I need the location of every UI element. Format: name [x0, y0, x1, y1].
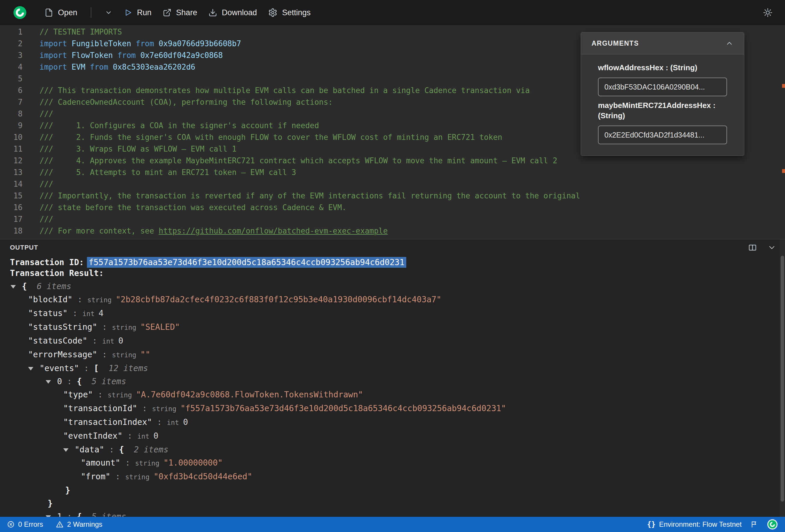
- line-number: 18: [0, 225, 23, 237]
- token: 0: [183, 417, 188, 427]
- collapse-output-chevron-icon[interactable]: [767, 243, 776, 252]
- token: :: [152, 417, 167, 427]
- token: string: [108, 391, 136, 399]
- line-number: 8: [0, 108, 23, 120]
- code-line[interactable]: 14///: [0, 178, 785, 190]
- tree-row: "transactionId" : string "f557a1573b76aa…: [0, 402, 785, 415]
- line-number: 4: [0, 61, 23, 73]
- output-panel-title: OUTPUT: [10, 244, 38, 251]
- flag-icon[interactable]: [751, 521, 758, 528]
- collapse-up-icon[interactable]: [725, 39, 733, 47]
- chevron-down-icon: [105, 9, 112, 17]
- token: :: [87, 336, 102, 346]
- code-text: /// 4. Approves the example MaybeMintERC…: [40, 155, 557, 167]
- arguments-panel-title: ARGUMENTS: [591, 40, 639, 47]
- toolbar-separator: [91, 7, 91, 18]
- code-text: ///: [40, 108, 53, 120]
- token: :: [122, 431, 137, 441]
- output-panel: OUTPUT Transaction ID:f557a1573b76aa53e7…: [0, 239, 785, 517]
- tree-row: { 6 items: [0, 280, 785, 293]
- token: string: [152, 405, 180, 413]
- token: {: [119, 445, 124, 454]
- download-button[interactable]: Download: [208, 8, 257, 17]
- code-text: /// 2. Funds the signer's COA with enoug…: [40, 131, 502, 143]
- token: 5 items: [82, 377, 126, 386]
- token: "amount": [81, 458, 120, 467]
- code-line[interactable]: 12/// 4. Approves the example MaybeMintE…: [0, 155, 785, 167]
- collapse-arrow-icon[interactable]: [46, 380, 51, 384]
- download-button-label: Download: [222, 8, 257, 17]
- token: 6 items: [27, 281, 71, 291]
- code-line[interactable]: 17///: [0, 213, 785, 225]
- token: int: [82, 310, 98, 318]
- output-scrollbar-thumb[interactable]: [781, 256, 784, 502]
- warnings-status[interactable]: 2 Warnings: [56, 520, 102, 529]
- arguments-panel-body: wflowAddressHex : (String) maybeMintERC7…: [581, 54, 744, 155]
- line-number: 14: [0, 178, 23, 190]
- token: :: [79, 363, 94, 373]
- open-button[interactable]: Open: [45, 8, 77, 17]
- code-line[interactable]: 16/// state before the transaction was e…: [0, 202, 785, 213]
- token: }: [65, 485, 70, 495]
- token: int: [102, 337, 118, 345]
- tree-row: 1 : { 5 items: [0, 510, 785, 517]
- token: 0: [57, 377, 62, 386]
- json-tree: { 6 items"blockId" : string "2b28cbfb87d…: [0, 280, 785, 517]
- tree-row: }: [0, 484, 785, 497]
- token: :: [97, 322, 112, 332]
- token: :: [137, 404, 152, 413]
- token: "0xfd3b4cd50d44e6ed": [154, 472, 252, 481]
- overview-warning-marker: [782, 169, 785, 173]
- download-icon: [208, 8, 217, 17]
- open-dropdown-button[interactable]: [105, 9, 112, 17]
- token: "data": [75, 445, 104, 454]
- argument-input-wflowAddressHex[interactable]: [598, 78, 727, 96]
- split-view-icon[interactable]: [748, 243, 757, 252]
- tree-row: }: [0, 497, 785, 510]
- token: string: [135, 459, 163, 467]
- theme-toggle-button[interactable]: [763, 8, 772, 17]
- tree-row: "type" : string "A.7e60df042a9c0868.Flow…: [0, 388, 785, 402]
- token: "eventIndex": [63, 431, 122, 441]
- token: "status": [28, 308, 68, 318]
- collapse-arrow-icon[interactable]: [28, 367, 33, 371]
- code-text: ///: [40, 213, 53, 225]
- argument-input-maybeMintERC721AddressHex[interactable]: [598, 126, 727, 144]
- flow-logo-small[interactable]: [767, 519, 778, 530]
- collapse-arrow-icon[interactable]: [63, 448, 69, 452]
- code-text: /// For more context, see https://github…: [40, 225, 388, 237]
- file-open-icon: [45, 8, 53, 17]
- warning-triangle-icon: [56, 521, 64, 528]
- settings-button[interactable]: Settings: [268, 8, 311, 17]
- environment-selector[interactable]: {} Environment: Flow Testnet: [647, 520, 742, 529]
- line-number: 5: [0, 73, 23, 84]
- tree-row: "errorMessage" : string "": [0, 348, 785, 362]
- token: 5 items: [82, 512, 126, 517]
- code-text: /// Importantly, the transaction is reve…: [40, 190, 580, 202]
- code-text: import EVM from 0x8c5303eaa26202d6: [40, 61, 195, 73]
- argument-label-wflowAddressHex: wflowAddressHex : (String): [598, 62, 727, 73]
- share-button[interactable]: Share: [163, 8, 197, 17]
- play-icon: [124, 8, 132, 17]
- code-editor[interactable]: 1// TESTNET IMPORTS2import FungibleToken…: [0, 25, 785, 239]
- token: string: [125, 473, 154, 481]
- token: "": [141, 350, 150, 359]
- gear-icon: [268, 8, 277, 17]
- token: "SEALED": [141, 322, 180, 332]
- status-bar: 0 Errors 2 Warnings {} Environment: Flow…: [0, 517, 785, 532]
- token: :: [62, 512, 77, 517]
- run-button[interactable]: Run: [124, 8, 152, 17]
- output-scrollbar[interactable]: [780, 239, 785, 517]
- line-number: 1: [0, 26, 23, 38]
- token: {: [22, 281, 27, 291]
- code-line[interactable]: 15/// Importantly, the transaction is re…: [0, 190, 785, 202]
- collapse-arrow-icon[interactable]: [10, 285, 16, 288]
- token: 0: [118, 336, 123, 346]
- code-line[interactable]: 18/// For more context, see https://gith…: [0, 225, 785, 237]
- code-line[interactable]: 13/// 5. Attempts to mint an ERC721 toke…: [0, 167, 785, 178]
- code-text: import FlowToken from 0x7e60df042a9c0868: [40, 49, 223, 61]
- line-number: 6: [0, 84, 23, 96]
- token: 4: [99, 308, 104, 318]
- line-number: 2: [0, 38, 23, 49]
- errors-status[interactable]: 0 Errors: [7, 520, 43, 529]
